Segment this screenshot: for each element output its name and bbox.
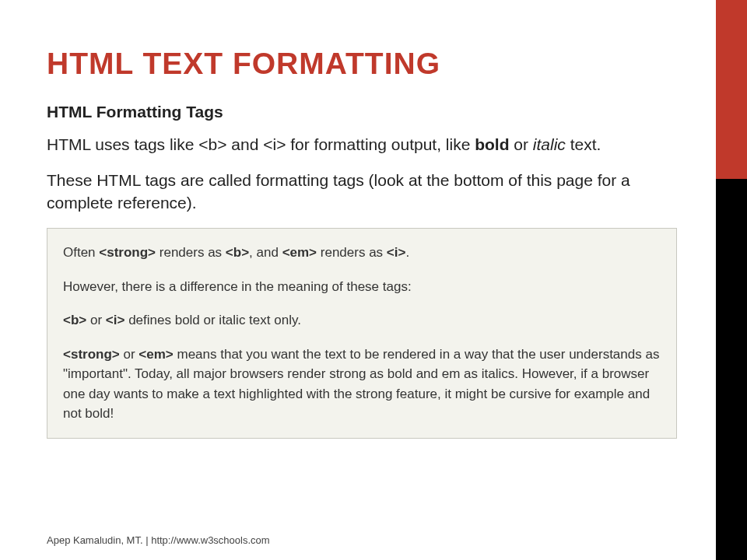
l1-mid3: renders as xyxy=(317,245,387,260)
box-line-3: <b> or <i> defines bold or italic text o… xyxy=(63,310,661,331)
l1-b1: <strong> xyxy=(99,245,156,260)
subheading: HTML Formatting Tags xyxy=(47,103,677,121)
l4-b2: <em> xyxy=(139,347,173,362)
l3-mid: or xyxy=(86,313,106,327)
l4-mid: or xyxy=(120,347,139,362)
box-line-2: However, there is a difference in the me… xyxy=(63,277,661,297)
l1-b3: <em> xyxy=(282,245,317,260)
para1-post: text. xyxy=(566,135,601,153)
paragraph-2: These HTML tags are called formatting ta… xyxy=(47,170,677,214)
para1-mid: or xyxy=(510,135,533,153)
para1-pre: HTML uses tags like <b> and <i> for form… xyxy=(47,135,475,153)
box-line-4: <strong> or <em> means that you want the… xyxy=(63,345,661,424)
l3-post: defines bold or italic text only. xyxy=(124,313,300,327)
l3-b2: <i> xyxy=(106,313,125,327)
l1-b4: <i> xyxy=(387,245,406,260)
l4-b1: <strong> xyxy=(63,347,120,362)
box-line-1: Often <strong> renders as <b>, and <em> … xyxy=(63,243,661,263)
l1-b2: <b> xyxy=(226,245,249,260)
info-box: Often <strong> renders as <b>, and <em> … xyxy=(47,228,677,439)
side-accent-strip xyxy=(716,0,747,560)
paragraph-1: HTML uses tags like <b> and <i> for form… xyxy=(47,134,677,156)
slide-content: HTML TEXT FORMATTING HTML Formatting Tag… xyxy=(0,0,716,560)
l3-b1: <b> xyxy=(63,313,86,327)
l1-mid2: , and xyxy=(249,245,282,260)
l1-post: . xyxy=(405,245,409,260)
para1-bold: bold xyxy=(475,135,509,153)
slide-title: HTML TEXT FORMATTING xyxy=(47,47,677,81)
para1-italic: italic xyxy=(533,135,566,153)
footer-credit: Apep Kamaludin, MT. | http://www.w3schoo… xyxy=(47,534,270,546)
l1-pre: Often xyxy=(63,245,99,260)
l1-mid1: renders as xyxy=(156,245,226,260)
